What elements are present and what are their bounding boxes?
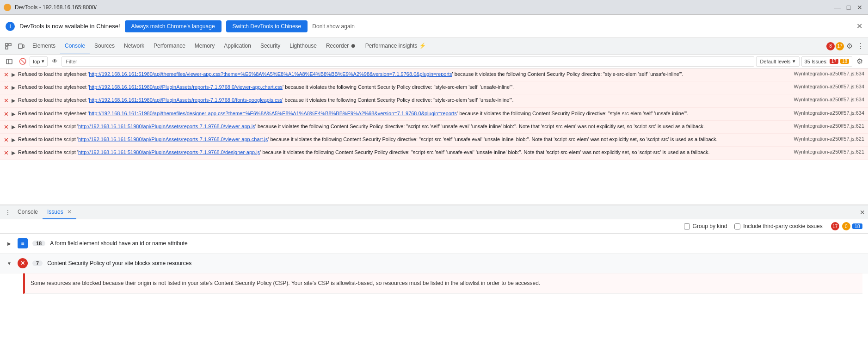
panel-tab-console[interactable]: Console: [13, 205, 43, 219]
console-entry: ✕▶Refused to load the script 'http://192…: [0, 134, 868, 147]
console-url-link[interactable]: http://192.168.16.161:51980/api/themefil…: [89, 111, 457, 116]
issues-yellow-badge: 18: [840, 59, 849, 64]
tab-security[interactable]: Security: [256, 38, 285, 55]
device-toolbar-icon[interactable]: [15, 40, 28, 53]
issue-item-csp[interactable]: ▼ ✕ 7 Content Security Policy of your si…: [0, 254, 868, 273]
console-toolbar: 🚫 top ▾ 👁 Default levels ▾ 35 Issues: 17…: [0, 55, 868, 68]
chevron-down-icon: ▾: [42, 58, 44, 64]
expand-arrow-icon[interactable]: ▶: [12, 111, 15, 118]
console-source-link[interactable]: WynIntegration-a250ff57.js:621: [794, 123, 864, 130]
issue-icon-error: ✕: [18, 258, 28, 268]
group-by-kind-checkbox[interactable]: [684, 223, 690, 229]
tab-application[interactable]: Application: [219, 38, 256, 55]
issue-expand-icon[interactable]: ▶: [6, 240, 13, 247]
console-filter-input[interactable]: [62, 56, 754, 67]
tab-lighthouse[interactable]: Lighthouse: [285, 38, 321, 55]
issue-description-csp: Some resources are blocked because their…: [23, 273, 862, 294]
issues-tab-close-icon[interactable]: ✕: [67, 209, 72, 215]
include-third-party-checkbox-label[interactable]: Include third-party cookie issues: [734, 223, 822, 229]
issues-total-blue: 18: [852, 223, 862, 229]
svg-rect-1: [9, 43, 11, 46]
include-third-party-label: Include third-party cookie issues: [743, 223, 822, 229]
close-window-button[interactable]: ✕: [855, 3, 864, 12]
tab-elements[interactable]: Elements: [28, 38, 60, 55]
console-source-link[interactable]: WynIntegration-a250ff57.js:634: [794, 110, 864, 117]
issues-total-red: 17: [831, 222, 839, 230]
console-url-link[interactable]: http://192.168.16.161:51980/api/themefil…: [89, 71, 452, 77]
expand-arrow-icon[interactable]: ▶: [12, 136, 15, 143]
title-bar-text: DevTools - 192.168.16.165:8000/: [15, 4, 829, 11]
console-message: Refused to load the stylesheet 'http://1…: [18, 110, 791, 118]
console-message: Refused to load the stylesheet 'http://1…: [18, 96, 791, 104]
minimize-button[interactable]: —: [833, 3, 842, 12]
clear-console-icon[interactable]: 🚫: [18, 56, 28, 67]
eye-icon[interactable]: 👁: [49, 56, 60, 67]
bottom-panel-more-icon[interactable]: ⋮: [3, 207, 13, 217]
tab-performance[interactable]: Performance: [149, 38, 190, 55]
issue-item-form-field[interactable]: ▶ ≡ 18 A form field element should have …: [0, 234, 868, 254]
console-url-link[interactable]: http://192.168.16.161:51980/api/PluginAs…: [78, 124, 255, 129]
expand-arrow-icon[interactable]: ▶: [12, 97, 15, 104]
error-icon: ✕: [4, 123, 9, 131]
tab-recorder[interactable]: Recorder ⏺: [321, 38, 361, 55]
console-url-link[interactable]: http://192.168.16.161:51980/api/PluginAs…: [89, 97, 282, 103]
expand-arrow-icon[interactable]: ▶: [12, 149, 15, 156]
console-source-link[interactable]: WynIntegration-a250ff57.js:621: [794, 149, 864, 155]
console-source-link[interactable]: WynIntegration-a250ff57.js:621: [794, 136, 864, 142]
maximize-button[interactable]: □: [844, 3, 853, 12]
dont-show-again-link[interactable]: Don't show again: [312, 23, 355, 30]
tab-console[interactable]: Console: [60, 38, 90, 55]
include-third-party-checkbox[interactable]: [734, 223, 740, 229]
console-url-link[interactable]: http://192.168.16.161:51980/api/PluginAs…: [78, 136, 268, 142]
error-icon: ✕: [4, 110, 9, 118]
notification-close-button[interactable]: ✕: [856, 22, 862, 31]
console-entry: ✕▶Refused to load the script 'http://192…: [0, 147, 868, 160]
console-message: Refused to load the script 'http://192.1…: [18, 123, 791, 130]
console-url-link[interactable]: http://192.168.16.161:51980/api/PluginAs…: [89, 84, 283, 90]
expand-arrow-icon[interactable]: ▶: [12, 71, 15, 78]
console-message: Refused to load the script 'http://192.1…: [18, 136, 791, 143]
console-message: Refused to load the stylesheet 'http://1…: [18, 83, 791, 91]
tab-network[interactable]: Network: [119, 38, 149, 55]
tab-sources[interactable]: Sources: [90, 38, 119, 55]
bottom-panel: ⋮ Console Issues ✕ ✕ Group by kind Inclu…: [0, 205, 868, 340]
console-settings-icon[interactable]: ⚙: [854, 56, 865, 67]
issues-total-yellow: 0: [842, 222, 850, 230]
sidebar-toggle-icon[interactable]: [3, 55, 16, 68]
default-levels-dropdown[interactable]: Default levels ▾: [756, 56, 800, 67]
settings-icon[interactable]: ⚙: [844, 41, 855, 52]
bottom-panel-close-button[interactable]: ✕: [860, 209, 865, 216]
console-source-link[interactable]: WynIntegration-a250ff57.js:634: [794, 83, 864, 90]
chevron-down-icon: ▾: [793, 58, 795, 64]
context-selector[interactable]: top ▾: [30, 56, 48, 67]
tab-memory[interactable]: Memory: [190, 38, 219, 55]
always-match-language-button[interactable]: Always match Chrome's language: [125, 20, 222, 32]
warning-badge: 17: [836, 42, 844, 50]
issue-title-form-field: A form field element should have an id o…: [50, 240, 188, 247]
console-source-link[interactable]: WynIntegration-a250ff57.js:634: [794, 70, 864, 77]
group-by-kind-label: Group by kind: [693, 223, 727, 229]
console-message: Refused to load the script 'http://192.1…: [18, 149, 791, 156]
more-options-icon[interactable]: ⋮: [855, 41, 866, 52]
console-message: Refused to load the stylesheet 'http://1…: [18, 70, 791, 78]
console-url-link[interactable]: http://192.168.16.161:51980/api/PluginAs…: [78, 149, 260, 155]
switch-to-chinese-button[interactable]: Switch DevTools to Chinese: [226, 20, 308, 32]
expand-arrow-icon[interactable]: ▶: [12, 84, 15, 91]
panel-tab-issues[interactable]: Issues ✕: [43, 205, 76, 219]
svg-rect-4: [23, 45, 24, 48]
inspect-element-icon[interactable]: [2, 40, 15, 53]
issues-badge-totals: 17 0 18: [830, 222, 862, 230]
error-icon: ✕: [4, 84, 9, 92]
expand-arrow-icon[interactable]: ▶: [12, 124, 15, 130]
tab-performance-insights[interactable]: Performance insights ⚡: [361, 38, 431, 55]
console-entry: ✕▶Refused to load the stylesheet 'http:/…: [0, 68, 868, 81]
title-bar: DevTools - 192.168.16.165:8000/ — □ ✕: [0, 0, 868, 15]
browser-favicon: [4, 4, 11, 11]
console-source-link[interactable]: WynIntegration-a250ff57.js:634: [794, 96, 864, 103]
issue-icon-info: ≡: [18, 238, 28, 248]
error-icon: ✕: [4, 149, 9, 157]
group-by-kind-checkbox-label[interactable]: Group by kind: [684, 223, 727, 229]
devtools-tab-bar: Elements Console Sources Network Perform…: [0, 38, 868, 55]
error-badge: 8: [826, 42, 835, 50]
issue-csp-expand-icon[interactable]: ▼: [6, 260, 13, 267]
